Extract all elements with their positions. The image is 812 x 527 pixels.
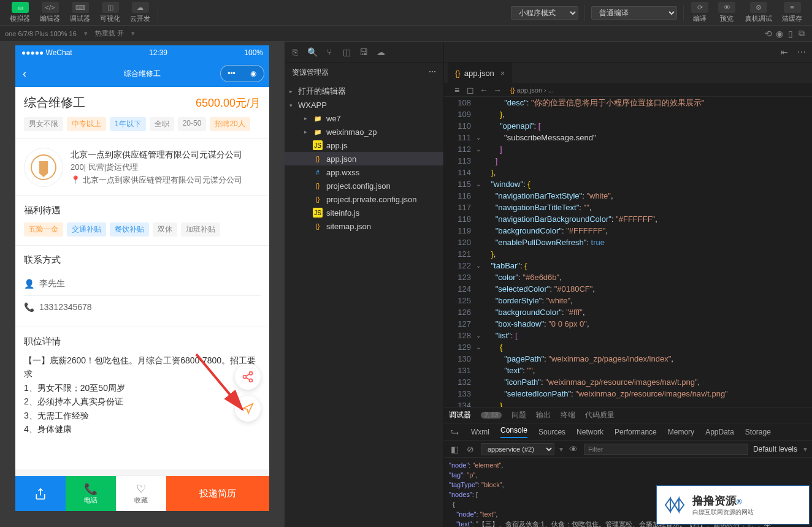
job-tag: 男女不限 xyxy=(24,117,63,131)
device-bar: one 6/7/8 Plus 100% 16 ▾ 热重载 开 ▾ ⟲ ◉ ▯ ⧉ xyxy=(0,26,812,42)
editor-button[interactable]: </>编辑器 xyxy=(35,1,65,25)
call-button[interactable]: 📞电话 xyxy=(66,476,116,511)
capsule[interactable]: •••◉ xyxy=(220,65,264,82)
submit-resume-button[interactable]: 投递简历 xyxy=(166,476,269,511)
ios-status-bar: ●●●●● WeChat 12:39 100% xyxy=(15,45,269,60)
visual-button[interactable]: ◫可视化 xyxy=(95,1,125,25)
user-icon: 👤 xyxy=(24,279,34,289)
compile-select[interactable]: 普通编译 xyxy=(591,6,677,20)
code-editor[interactable]: 108109110111⌄112⌄113114115⌄1161171181191… xyxy=(444,97,812,407)
simulator-button[interactable]: ▭模拟器 xyxy=(5,1,35,25)
locate-float-button[interactable] xyxy=(235,396,261,422)
company-logo xyxy=(24,148,63,187)
devtools-tab[interactable]: Sources xyxy=(538,428,565,436)
device-icon[interactable]: ▯ xyxy=(785,28,796,39)
remote-debug-button[interactable]: ⚙真机调试 xyxy=(740,1,777,25)
nav-title: 综合维修工 xyxy=(124,69,161,79)
cloud-button[interactable]: ☁云开发 xyxy=(125,1,155,25)
clear-console-icon[interactable]: ⊘ xyxy=(465,444,476,455)
contact-phone[interactable]: 📞13312345678 xyxy=(24,296,261,318)
debugger-button[interactable]: ⌨调试器 xyxy=(65,1,95,25)
panel-tab-terminal[interactable]: 终端 xyxy=(561,410,575,420)
file-tree-item[interactable]: JSsiteinfo.js xyxy=(285,206,443,219)
job-tag: 1年以下 xyxy=(110,117,146,131)
devtools-tab[interactable]: Memory xyxy=(668,428,694,436)
opened-editors-section[interactable]: ▸打开的编辑器 xyxy=(285,84,443,99)
devtools-tab[interactable]: Performance xyxy=(615,428,657,436)
close-tab-icon[interactable]: × xyxy=(500,69,505,78)
import-icon[interactable]: ⇤ xyxy=(779,47,790,58)
battery-label: 100% xyxy=(244,48,263,57)
svg-point-3 xyxy=(250,379,253,382)
panel-tab-output[interactable]: 输出 xyxy=(536,410,551,420)
share-button[interactable] xyxy=(15,476,66,511)
company-card[interactable]: 北京一点到家供应链管理有限公司元谋分公司 200| 民营|货运代理 📍 北京一点… xyxy=(15,139,269,196)
save-icon[interactable]: 🖫 xyxy=(358,47,369,58)
panel-tab-debugger[interactable]: 调试器 xyxy=(449,410,471,420)
panel-tab-problems[interactable]: 问题 xyxy=(511,410,526,420)
file-tree-item[interactable]: {}app.json xyxy=(285,152,443,165)
file-tree-item[interactable]: {}project.config.json xyxy=(285,179,443,192)
devtools-tab[interactable]: Network xyxy=(576,428,603,436)
devtools-tab[interactable]: Wxml xyxy=(471,428,489,436)
file-tree-item[interactable]: JSapp.js xyxy=(285,138,443,152)
devtools-tab[interactable]: Storage xyxy=(745,428,771,436)
bottom-action-bar: 📞电话 ♡收藏 投递简历 xyxy=(15,476,269,511)
panel-tab-quality[interactable]: 代码质量 xyxy=(585,410,615,420)
filter-input[interactable] xyxy=(584,444,748,455)
record-icon[interactable]: ◉ xyxy=(774,28,785,39)
file-tree-item[interactable]: ▸📁weixinmao_zp xyxy=(285,125,443,138)
list-icon[interactable]: ≡ xyxy=(451,85,462,96)
explorer-header: 资源管理器⋯ xyxy=(285,63,443,83)
cloud-icon[interactable]: ☁ xyxy=(375,47,386,58)
popout-icon[interactable]: ⧉ xyxy=(796,28,807,39)
refresh-icon[interactable]: ⟲ xyxy=(763,28,774,39)
favorite-button[interactable]: ♡收藏 xyxy=(116,476,166,511)
mode-select[interactable]: 小程序模式 xyxy=(511,6,578,20)
bookmark-icon[interactable]: ◻ xyxy=(465,85,476,96)
benefit-tag: 双休 xyxy=(153,222,177,237)
search-icon[interactable]: 🔍 xyxy=(307,47,318,58)
devtools-tab[interactable]: Console xyxy=(500,426,527,438)
more-icon[interactable]: ⋯ xyxy=(429,67,436,78)
more-editor-icon[interactable]: ⋯ xyxy=(796,47,807,58)
simulator-screen: ●●●●● WeChat 12:39 100% ‹ 综合维修工 •••◉ 综合维… xyxy=(15,45,269,511)
file-tree-item[interactable]: ▸📁we7 xyxy=(285,112,443,125)
job-description: 【一】底薪2600！包吃包住。月综合工资6800-7800。招工要求 1、男女不… xyxy=(24,354,261,436)
file-tree-item[interactable]: {}sitemap.json xyxy=(285,219,443,233)
clear-cache-button[interactable]: ≡清缓存 xyxy=(777,1,807,25)
preview-button[interactable]: 👁预览 xyxy=(713,1,740,25)
files-icon[interactable]: ⎘ xyxy=(289,47,301,58)
devtools-tab[interactable]: AppData xyxy=(705,428,734,436)
share-float-button[interactable] xyxy=(235,364,261,390)
arrow-left-icon[interactable]: ← xyxy=(478,85,489,96)
hot-reload-toggle[interactable]: 热重载 开 xyxy=(95,29,124,38)
close-circle-icon[interactable]: ◉ xyxy=(248,69,258,78)
job-title: 综合维修工 xyxy=(24,94,85,111)
git-icon[interactable]: ⑂ xyxy=(324,47,335,58)
salary-label: 6500.00元/月 xyxy=(196,96,261,110)
breadcrumb[interactable]: ≡ ◻ ← → {} app.json › ... xyxy=(444,83,812,97)
project-section[interactable]: ▾WXAPP xyxy=(285,99,443,112)
eye-icon[interactable]: 👁 xyxy=(568,444,579,455)
menu-icon[interactable]: ••• xyxy=(227,69,237,78)
back-icon[interactable]: ‹ xyxy=(23,67,26,80)
job-tag: 中专以上 xyxy=(67,117,106,131)
split-icon[interactable]: ◫ xyxy=(341,47,352,58)
sidebar-toggle-icon[interactable]: ◧ xyxy=(449,444,460,455)
context-select[interactable]: appservice (#2) xyxy=(481,443,554,455)
company-meta: 200| 民营|货运代理 xyxy=(71,161,261,174)
device-selector[interactable]: one 6/7/8 Plus 100% 16 xyxy=(5,30,77,37)
arrow-right-icon[interactable]: → xyxy=(492,85,503,96)
svg-point-2 xyxy=(243,376,247,379)
svg-point-1 xyxy=(250,372,253,375)
compile-button[interactable]: ⟳编译 xyxy=(686,1,713,25)
inspect-icon[interactable]: ⮑ xyxy=(449,427,460,438)
file-tree-item[interactable]: {}project.private.config.json xyxy=(285,192,443,206)
job-tag: 招聘20人 xyxy=(210,117,250,131)
benefit-tag: 餐饮补贴 xyxy=(110,222,149,237)
simulator-pane: ●●●●● WeChat 12:39 100% ‹ 综合维修工 •••◉ 综合维… xyxy=(0,42,285,527)
file-tab[interactable]: {} app.json × xyxy=(448,63,513,83)
levels-select[interactable]: Default levels xyxy=(753,445,797,453)
file-tree-item[interactable]: #app.wxss xyxy=(285,165,443,179)
